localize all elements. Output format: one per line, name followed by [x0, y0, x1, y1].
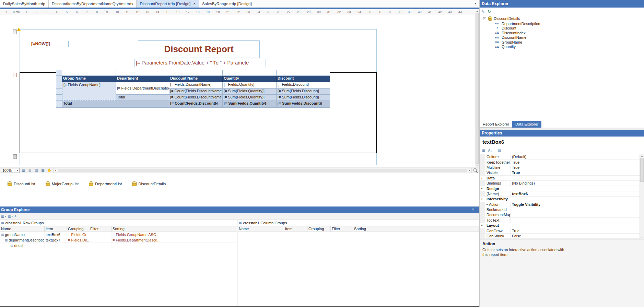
property-value[interactable]: Toggle Visibility: [511, 202, 640, 207]
property-value[interactable]: (Default): [511, 154, 640, 159]
crosstab-row-selector[interactable]: [56, 95, 62, 101]
expander-icon[interactable]: ▸: [487, 203, 488, 206]
close-icon[interactable]: ×: [193, 1, 196, 6]
property-row[interactable]: ▼ ▸Layout: [480, 223, 640, 228]
crosstab-detail-cell[interactable]: [= Fields.Quantity]: [223, 82, 277, 88]
scroll-right-icon[interactable]: ▸: [467, 169, 471, 172]
scroll-up-icon[interactable]: ▴: [475, 10, 479, 12]
zoom-tool-icon[interactable]: [473, 168, 478, 173]
crosstab-dept-total-cell[interactable]: [= Sum(Fields.Discount)]: [277, 88, 330, 95]
property-value[interactable]: [495, 176, 640, 180]
view-mode-dropdown-icon[interactable]: ▦▾: [1, 214, 6, 218]
property-value[interactable]: True: [511, 228, 640, 233]
property-row[interactable]: ▼ ▸Action Toggle Visibility: [480, 202, 640, 207]
scrollbar-thumb[interactable]: [476, 13, 479, 164]
property-row[interactable]: ▼ ▸Visible True: [480, 170, 640, 175]
property-row[interactable]: ▼ ▸Interactivity: [480, 197, 640, 202]
categorized-view-icon[interactable]: ▦: [481, 149, 486, 152]
scroll-down-icon[interactable]: ▾: [475, 164, 479, 167]
field-tree-item[interactable]: 123 Quantity: [483, 45, 644, 49]
tab-sales-by-range[interactable]: SalesByRange.trdp [Design]: [199, 0, 255, 8]
property-value[interactable]: False: [511, 234, 640, 238]
scroll-down-icon[interactable]: ▾: [640, 236, 644, 239]
datasource-component[interactable]: DiscountDetails: [132, 181, 166, 186]
group-row[interactable]: ▦groupName textBox6 = Fields.Gr... = Fie…: [0, 232, 237, 237]
crosstab-table[interactable]: Group Name Department Discount Name Quan…: [56, 70, 330, 108]
vertical-scrollbar[interactable]: ▴ ▾: [475, 9, 479, 167]
property-value[interactable]: textBox6: [511, 191, 640, 196]
datasource-component[interactable]: MajorGroupList: [46, 181, 79, 186]
property-row[interactable]: ▼ ▸(Name) textBox6: [480, 191, 640, 197]
crosstab-group-total-cell[interactable]: [= Sum(Fields.Discount)]: [277, 95, 330, 101]
property-row[interactable]: ▼ ▸Bindings (No Bindings): [480, 181, 640, 186]
watermark-toggle-icon[interactable]: ▩: [40, 168, 46, 173]
property-row[interactable]: ▼ ▸CanShrink False: [480, 234, 640, 239]
refresh-icon[interactable]: ↻: [488, 9, 491, 14]
property-value[interactable]: True: [511, 170, 640, 175]
snap-lines-icon[interactable]: ▥: [34, 168, 39, 173]
property-row[interactable]: ▼ ▸TocText: [480, 218, 640, 223]
alphabetical-view-icon[interactable]: A↓: [487, 149, 493, 152]
edit-datasource-icon[interactable]: ✎: [481, 9, 485, 14]
datasource-component[interactable]: DiscountList: [8, 181, 35, 186]
crosstab-header-cell[interactable]: Discount: [277, 76, 330, 82]
crosstab-row-selector[interactable]: [56, 101, 62, 108]
crosstab-detail-cell[interactable]: [= Fields.Discount]: [277, 82, 330, 88]
page-header-section-icon[interactable]: [13, 29, 17, 34]
field-tree-item[interactable]: abc DiscountName: [483, 35, 644, 40]
property-row[interactable]: ▼ ▸DocumentMap: [480, 212, 640, 217]
snap-to-grid-icon[interactable]: ⊞: [27, 168, 33, 173]
property-pages-icon[interactable]: ▤: [497, 149, 501, 152]
pan-tool-icon[interactable]: ✋: [47, 168, 52, 173]
crosstab-dept-total-cell[interactable]: [= Count(Fields.DiscountName: [169, 88, 223, 95]
warning-icon[interactable]: [17, 27, 21, 31]
property-row[interactable]: ▼ ▸KeepTogether True: [480, 160, 640, 165]
horizontal-scrollbar[interactable]: ◂ ▸: [53, 168, 472, 173]
crosstab-grand-total-cell[interactable]: [= Count(Fields.DiscountN: [169, 101, 223, 108]
properties-scrollbar[interactable]: ▴ ▾: [640, 154, 644, 239]
tab-data-explorer[interactable]: Data Explorer: [512, 121, 541, 128]
property-row[interactable]: ▼ ▸Culture (Default): [480, 154, 640, 160]
field-tree-item[interactable]: .0 Discount: [483, 26, 644, 31]
property-row[interactable]: ▼ ▸Data: [480, 176, 640, 181]
crosstab-empty-cell[interactable]: [116, 70, 169, 76]
group-row[interactable]: ▦departmentDescription textBox7 = Fields…: [0, 237, 237, 243]
tab-discount-items[interactable]: DiscountItemsByDepartmentNameQtyAmt.trdx: [49, 0, 137, 8]
collapse-icon[interactable]: −: [483, 17, 486, 20]
scroll-left-icon[interactable]: ◂: [54, 169, 58, 172]
group-options-dropdown-icon[interactable]: ▥▾: [8, 214, 13, 218]
refresh-icon[interactable]: ↻: [15, 214, 17, 218]
field-tree-item[interactable]: 123 DiscountIndex: [483, 31, 644, 35]
property-value[interactable]: True: [511, 165, 640, 170]
field-tree-item[interactable]: abc DepartmentDescription: [483, 21, 644, 26]
scroll-up-icon[interactable]: ▴: [640, 155, 644, 157]
crosstab-grand-total-cell[interactable]: [= Sum(Fields.Quantity)]: [223, 101, 277, 108]
crosstab-grand-total-cell[interactable]: [= Sum(Fields.Discount)]: [277, 101, 330, 108]
report-title-textbox[interactable]: Discount Report: [138, 40, 260, 58]
crosstab-header-cell[interactable]: Quantity: [223, 76, 277, 82]
crosstab-corner-selector[interactable]: [56, 70, 62, 76]
crosstab-row-selector[interactable]: [56, 76, 62, 82]
property-row[interactable]: ▼ ▸CanGrow True: [480, 228, 640, 233]
crosstab-groupname-cell[interactable]: [= Fields.GroupName]: [62, 82, 116, 101]
group-row[interactable]: ▤detail: [0, 243, 237, 248]
property-row[interactable]: ▼ ▸BookmarkId: [480, 207, 640, 212]
crosstab-empty-cell[interactable]: [169, 70, 223, 76]
property-value[interactable]: [511, 212, 640, 217]
property-value[interactable]: True: [511, 160, 640, 164]
tab-discount-report[interactable]: DiscountReport.trdp [Design] ×: [137, 0, 199, 8]
crosstab-header-cell[interactable]: Group Name: [62, 76, 116, 82]
close-icon[interactable]: ×: [472, 206, 474, 213]
grid-toggle-icon[interactable]: ▦: [21, 168, 26, 173]
crosstab-group-total-cell[interactable]: [= Sum(Fields.Quantity)]: [223, 95, 277, 101]
property-row[interactable]: ▼ ▸Multiline True: [480, 165, 640, 170]
crosstab-empty-cell[interactable]: [223, 70, 277, 76]
field-tree-item[interactable]: abc GroupName: [483, 40, 644, 45]
date-range-textbox[interactable]: [= Parameters.FromDate.Value + " To " + …: [134, 59, 266, 67]
property-value[interactable]: [499, 186, 640, 191]
tab-daily-sales-by-month[interactable]: DailySalesByMonth.trdp: [0, 0, 49, 8]
tree-node-datasource[interactable]: − DiscountDetails: [483, 16, 644, 21]
property-value[interactable]: [511, 218, 640, 223]
tab-report-explorer[interactable]: Report Explorer: [480, 121, 512, 128]
datasource-component[interactable]: DepartmentList: [89, 181, 122, 186]
